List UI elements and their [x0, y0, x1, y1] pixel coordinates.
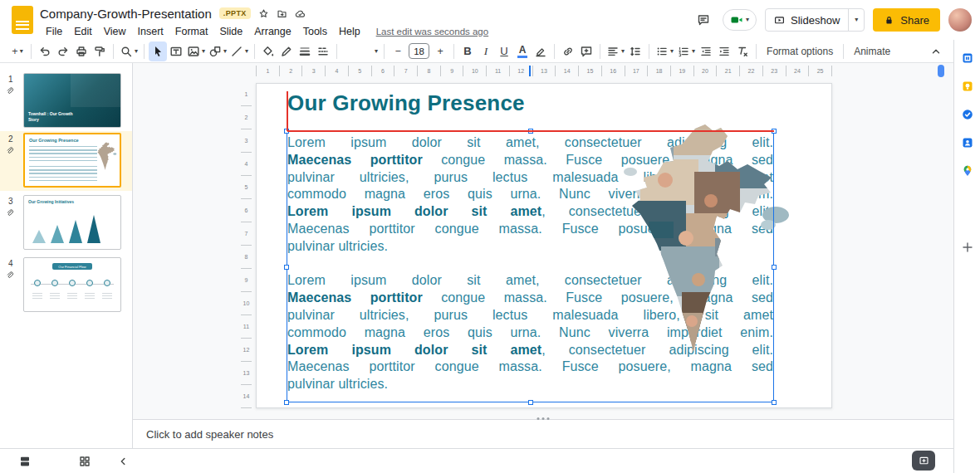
- slides-logo[interactable]: [12, 6, 33, 34]
- decrease-font-button[interactable]: −: [389, 41, 407, 61]
- numbered-list-button[interactable]: ▾: [675, 41, 697, 61]
- italic-button[interactable]: I: [477, 41, 495, 61]
- border-color-button[interactable]: [277, 41, 296, 61]
- notes-resize-handle[interactable]: [537, 417, 550, 420]
- slide-number: 2: [8, 134, 13, 144]
- ruler-tick: 1: [241, 83, 252, 106]
- slideshow-button[interactable]: Slideshow: [766, 9, 848, 31]
- insert-line-button[interactable]: ▾: [228, 41, 250, 61]
- undo-button[interactable]: [36, 41, 54, 61]
- last-edit-link[interactable]: Last edit was seconds ago: [376, 27, 489, 37]
- text-box-icon: [169, 45, 183, 58]
- calendar-icon[interactable]: [961, 51, 974, 65]
- menu-file[interactable]: File: [40, 26, 68, 37]
- insert-shape-button[interactable]: ▾: [207, 41, 228, 61]
- star-icon[interactable]: [258, 8, 269, 19]
- maps-icon[interactable]: [961, 164, 974, 178]
- thumb-title: Our Financial Flow: [52, 263, 92, 270]
- pptx-badge[interactable]: .PPTX: [219, 7, 251, 19]
- side-panel: [953, 40, 980, 473]
- bold-button[interactable]: B: [458, 41, 477, 61]
- share-button[interactable]: Share: [873, 8, 940, 32]
- vertical-scrollbar-thumb[interactable]: [938, 65, 944, 77]
- new-slide-button[interactable]: +▾: [8, 41, 27, 61]
- speaker-notes[interactable]: Click to add speaker notes: [133, 419, 953, 448]
- selection-handle-sw[interactable]: [284, 400, 289, 405]
- align-button[interactable]: ▾: [605, 41, 626, 61]
- paint-format-button[interactable]: [91, 41, 109, 61]
- highlight-color-button[interactable]: [532, 41, 550, 61]
- horizontal-ruler: 1234567891011121314151617181920212223242…: [256, 66, 832, 76]
- print-button[interactable]: [72, 41, 91, 61]
- slide-thumbnail-row-1: 1 Townhall : Our Growth Story: [0, 71, 132, 131]
- slide-title[interactable]: Our Growing Presence: [287, 90, 525, 116]
- line-spacing-button[interactable]: [626, 41, 644, 61]
- contacts-icon[interactable]: [961, 136, 974, 149]
- india-collage-image[interactable]: [615, 122, 791, 364]
- slide-thumbnail-row-4: 4 Our Financial Flow: [0, 256, 132, 315]
- chevron-left-icon: [116, 455, 130, 468]
- selection-handle-se[interactable]: [772, 400, 777, 405]
- menu-slide[interactable]: Slide: [213, 26, 248, 37]
- doc-title[interactable]: Company-Growth-Presentation: [40, 7, 212, 21]
- text-box-button[interactable]: [167, 41, 185, 61]
- filmstrip-view-button[interactable]: [13, 451, 37, 471]
- highlight-icon: [534, 45, 547, 58]
- menu-tools[interactable]: Tools: [297, 26, 333, 37]
- font-size-input[interactable]: 18: [409, 43, 429, 59]
- decrease-indent-button[interactable]: [697, 41, 715, 61]
- separator: [144, 44, 145, 59]
- slide-thumbnail[interactable]: Our Growing Initiatives: [23, 195, 121, 250]
- toolbar-collapse-button[interactable]: [927, 41, 945, 61]
- zoom-button[interactable]: ▾: [118, 41, 140, 61]
- ruler-tick: 7: [241, 222, 252, 246]
- keep-icon[interactable]: [961, 80, 974, 93]
- meet-button[interactable]: ▾: [723, 9, 757, 31]
- menu-insert[interactable]: Insert: [132, 26, 169, 37]
- collapse-filmstrip-button[interactable]: [111, 451, 135, 471]
- clear-formatting-button[interactable]: [733, 41, 752, 61]
- border-weight-button[interactable]: [296, 41, 314, 61]
- move-folder-icon[interactable]: [277, 8, 287, 19]
- border-dash-button[interactable]: [314, 41, 332, 61]
- slide-thumbnail[interactable]: Our Financial Flow: [23, 257, 121, 312]
- bulleted-list-icon: [655, 45, 669, 58]
- ruler-tick: 5: [349, 66, 372, 76]
- add-addon-icon[interactable]: [961, 241, 974, 254]
- notes-placeholder[interactable]: Click to add speaker notes: [146, 428, 273, 441]
- font-family-select[interactable]: ▾: [341, 41, 380, 61]
- insert-image-button[interactable]: ▾: [185, 41, 207, 61]
- redo-button[interactable]: [54, 41, 72, 61]
- selection-handle-s[interactable]: [528, 400, 533, 405]
- red-guide-horizontal: [287, 130, 774, 132]
- increase-indent-button[interactable]: [715, 41, 733, 61]
- grid-view-button[interactable]: [73, 451, 96, 471]
- notes-board-button[interactable]: [912, 451, 935, 471]
- underline-button[interactable]: U: [495, 41, 513, 61]
- menu-help[interactable]: Help: [333, 26, 366, 37]
- text-color-button[interactable]: A: [513, 41, 532, 61]
- menu-arrange[interactable]: Arrange: [248, 26, 296, 37]
- insert-comment-button[interactable]: [577, 41, 595, 61]
- slide-canvas[interactable]: Our Growing Presence Lorem ipsum dolor s…: [256, 83, 832, 408]
- bulleted-list-button[interactable]: ▾: [654, 41, 675, 61]
- slide-thumbnail[interactable]: Townhall : Our Growth Story: [23, 73, 121, 128]
- menu-view[interactable]: View: [98, 26, 132, 37]
- fill-color-button[interactable]: [259, 41, 277, 61]
- comment-bubble-icon: [697, 13, 710, 27]
- animate-button[interactable]: Animate: [848, 41, 896, 61]
- slide-thumbnail-selected[interactable]: Our Growing Presence: [23, 133, 121, 188]
- comment-history-button[interactable]: [693, 9, 714, 31]
- app-header: Company-Growth-Presentation .PPTX File E…: [0, 0, 980, 40]
- cloud-status-icon[interactable]: [295, 8, 306, 19]
- menu-format[interactable]: Format: [169, 26, 214, 37]
- menu-edit[interactable]: Edit: [68, 26, 98, 37]
- tasks-icon[interactable]: [961, 108, 974, 121]
- select-tool-button[interactable]: [149, 41, 167, 61]
- slide-thumbnail-row-2: 2 Our Growing Presence: [0, 131, 132, 191]
- slideshow-options-caret[interactable]: ▾: [848, 9, 864, 31]
- increase-font-button[interactable]: +: [431, 41, 449, 61]
- format-options-button[interactable]: Format options: [761, 41, 839, 61]
- avatar[interactable]: [948, 8, 972, 32]
- insert-link-button[interactable]: [559, 41, 577, 61]
